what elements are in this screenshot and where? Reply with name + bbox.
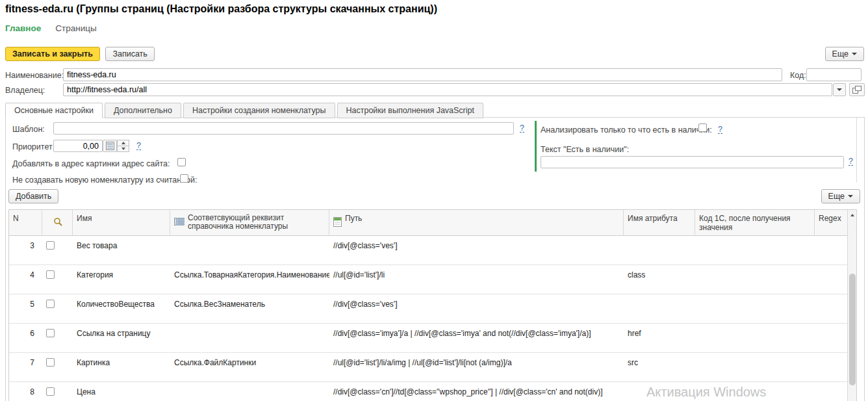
column-header-code1c[interactable]: Код 1С, после получения значения [695, 210, 815, 235]
document-path-icon [333, 217, 342, 227]
more-button-label: Еще [832, 49, 849, 58]
cell-n: 4 [9, 265, 42, 294]
cell-name[interactable]: Картинка [73, 353, 170, 382]
settings-tabstrip: Основные настройки Дополнительно Настрой… [5, 102, 485, 118]
cell-attribute[interactable] [624, 294, 695, 323]
cell-attribute[interactable]: src [624, 353, 695, 382]
table-row[interactable]: 3 Вес товара //div[@class='ves'] [9, 236, 847, 265]
cell-path[interactable]: //ul[@id='list']/li [329, 265, 624, 294]
cell-attribute[interactable]: class [624, 265, 695, 294]
row-checkbox[interactable] [46, 270, 55, 279]
tab-nomenclature-settings[interactable]: Настройки создания номенклатуры [183, 103, 335, 118]
cell-regex[interactable] [815, 353, 847, 382]
calculator-button[interactable] [103, 140, 117, 152]
column-header-path[interactable]: Путь [329, 210, 624, 235]
cell-requisite[interactable]: Ссылка.ТоварнаяКатегория.Наименование [170, 265, 329, 294]
name-input[interactable] [63, 68, 782, 81]
nav-tab-main[interactable]: Главное [5, 23, 41, 33]
column-header-n[interactable]: N [9, 210, 42, 235]
analyze-in-stock-help-link[interactable]: ? [718, 125, 722, 134]
analyze-in-stock-checkbox[interactable] [698, 123, 707, 132]
save-button[interactable]: Записать [105, 47, 154, 61]
cell-name[interactable]: Цена [73, 382, 170, 401]
priority-stepper [117, 140, 129, 152]
template-input[interactable] [53, 122, 514, 135]
more-button-top[interactable]: Еще [825, 47, 864, 61]
cell-regex[interactable] [815, 265, 847, 294]
cell-attribute[interactable] [624, 236, 695, 265]
no-new-nomenclature-checkbox[interactable] [180, 174, 188, 183]
row-checkbox[interactable] [46, 241, 55, 250]
row-checkbox[interactable] [46, 329, 55, 337]
cell-requisite[interactable] [170, 236, 329, 265]
page-title: fitness-eda.ru (Группы страниц (Настройк… [5, 3, 437, 15]
table-scrollbar[interactable] [847, 210, 856, 401]
cell-name[interactable]: Категория [73, 265, 170, 294]
table-row[interactable]: 4 Категория Ссылка.ТоварнаяКатегория.Наи… [9, 265, 847, 294]
cell-requisite[interactable]: Ссылка.ВесЗнаменатель [170, 294, 329, 323]
cell-checkbox [42, 324, 73, 352]
cell-name[interactable]: Ссылка на страницу [73, 324, 170, 352]
stepper-down-button[interactable] [117, 146, 129, 152]
owner-dropdown-button[interactable] [833, 83, 846, 96]
row-checkbox[interactable] [46, 387, 55, 396]
table-row[interactable]: 5 КоличествоВещества Ссылка.ВесЗнаменате… [9, 294, 847, 324]
column-header-regex[interactable]: Regex [815, 210, 847, 235]
cell-regex[interactable] [815, 294, 847, 323]
cell-code1c[interactable] [695, 265, 815, 294]
template-help-link[interactable]: ? [520, 124, 524, 133]
save-and-close-button[interactable]: Записать и закрыть [5, 47, 100, 61]
windows-activation-watermark: Активация Windows [646, 385, 766, 400]
section-divider [535, 121, 537, 172]
stepper-up-button[interactable] [117, 140, 129, 146]
cell-path[interactable]: //ul[@id='list']/li/a/img | //ul[@id='li… [329, 353, 624, 382]
cell-path[interactable]: //div[@class='cn']//td[@class=''wpshop_p… [329, 382, 624, 401]
name-label: Наименование: [5, 71, 64, 80]
owner-open-button[interactable] [849, 83, 865, 96]
open-window-icon [852, 86, 862, 94]
cell-requisite[interactable] [170, 382, 329, 401]
add-site-address-checkbox[interactable] [177, 158, 186, 166]
cell-regex[interactable] [815, 382, 847, 401]
column-header-attribute[interactable]: Имя атрибута [624, 210, 695, 235]
cell-path[interactable]: //div[@class='ves'] [329, 294, 624, 323]
more-button-table[interactable]: Еще [821, 189, 860, 203]
cell-code1c[interactable] [695, 236, 815, 265]
cell-requisite[interactable]: Ссылка.ФайлКартинки [170, 353, 329, 382]
tab-additional[interactable]: Дополнительно [105, 103, 181, 118]
row-checkbox[interactable] [46, 300, 55, 308]
scroll-up-button[interactable] [848, 210, 856, 220]
cell-requisite[interactable] [170, 324, 329, 352]
column-header-requisite[interactable]: Соответсвующий реквизит справочника номе… [170, 210, 329, 235]
cell-code1c[interactable] [695, 353, 815, 382]
cell-name[interactable]: КоличествоВещества [73, 294, 170, 323]
cell-name[interactable]: Вес товара [73, 236, 170, 265]
code-input[interactable] [806, 68, 862, 81]
column-header-search[interactable] [42, 210, 73, 235]
cell-regex[interactable] [815, 236, 847, 265]
nav-tab-pages[interactable]: Страницы [55, 23, 96, 33]
column-header-name[interactable]: Имя [73, 210, 170, 235]
table-header-row: N Имя Соответсвующий реквизит справочник… [9, 210, 847, 236]
row-checkbox[interactable] [46, 358, 55, 367]
cell-code1c[interactable] [695, 324, 815, 352]
tab-main-settings[interactable]: Основные настройки [5, 103, 103, 118]
table-row[interactable]: 7 Картинка Ссылка.ФайлКартинки //ul[@id=… [9, 353, 847, 382]
scrollbar-thumb[interactable] [849, 274, 856, 385]
cell-code1c[interactable] [695, 294, 815, 323]
priority-help-link[interactable]: ? [136, 142, 141, 150]
in-stock-text-input[interactable] [541, 156, 844, 168]
tab-javascript-settings[interactable]: Настройки выполнения JavaScript [337, 103, 483, 118]
more-button-label: Еще [828, 192, 845, 201]
add-button[interactable]: Добавить [8, 189, 58, 203]
owner-input[interactable] [63, 83, 832, 96]
priority-label: Приоритет: [12, 142, 55, 151]
cell-path[interactable]: //div[@class='imya']/a | //div[@class='i… [329, 324, 624, 352]
table-row[interactable]: 6 Ссылка на страницу //div[@class='imya'… [9, 324, 847, 353]
in-stock-text-help-link[interactable]: ? [849, 157, 853, 166]
command-bar: Записать и закрыть Записать Еще [5, 47, 864, 62]
cell-regex[interactable] [815, 324, 847, 352]
priority-input[interactable] [53, 140, 103, 152]
cell-path[interactable]: //div[@class='ves'] [329, 236, 624, 265]
cell-attribute[interactable]: href [624, 324, 695, 352]
